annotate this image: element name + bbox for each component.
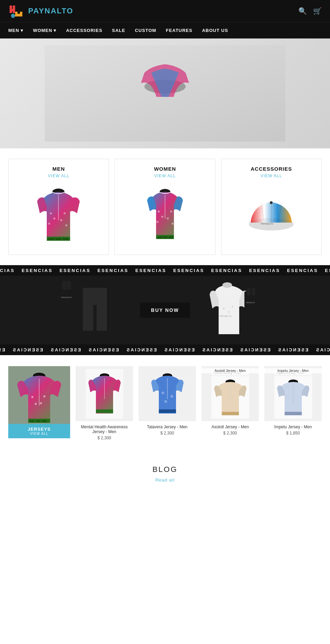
svg-point-68 <box>35 403 37 405</box>
jersey-talavera-name: Talavera Jersey - Men <box>147 425 187 429</box>
hero-banner-image <box>45 45 285 142</box>
category-men-image <box>14 182 103 249</box>
chevron-down-icon: ▾ <box>54 28 56 33</box>
category-women-view-all[interactable]: VIEW ALL <box>120 173 209 178</box>
svg-rect-59 <box>247 288 251 295</box>
svg-rect-36 <box>168 236 173 238</box>
category-men-header: MEN VIEW ALL <box>14 166 103 178</box>
category-men-view-all[interactable]: VIEW ALL <box>14 173 103 178</box>
search-icon: 🔍 <box>298 7 307 15</box>
svg-point-55 <box>223 308 224 309</box>
svg-rect-34 <box>157 236 162 238</box>
category-accessories-image: PAYNALTO <box>227 182 316 249</box>
jersey-axolotl-overlay: Axolotl Jersey - Men <box>201 368 259 373</box>
women-jersey-image <box>144 186 186 246</box>
nav-item-sale[interactable]: SALE <box>112 28 125 33</box>
svg-rect-91 <box>222 412 239 415</box>
svg-rect-23 <box>55 238 62 240</box>
jersey-mha-price: $ 2,300 <box>97 436 111 440</box>
chevron-down-icon: ▾ <box>21 28 23 33</box>
jersey-axolotl-price: $ 2,300 <box>223 431 237 436</box>
svg-rect-48 <box>69 308 78 329</box>
svg-text:PAYNALTO: PAYNALTO <box>219 315 232 317</box>
blog-read-all-link[interactable]: Read all <box>155 477 175 483</box>
esencias-ticker-bottom: CIAS ESENCIAS ESENCIAS ESENCIAS ESENCIAS… <box>0 344 330 355</box>
svg-rect-5 <box>20 12 22 16</box>
cap-image: PAYNALTO <box>245 195 297 236</box>
blog-section: BLOG Read all <box>0 451 330 504</box>
talavera-jersey-svg <box>148 369 186 419</box>
svg-point-19 <box>60 219 62 221</box>
men-jersey-image <box>34 186 84 246</box>
svg-point-31 <box>167 217 169 219</box>
category-accessories-view-all[interactable]: VIEW ALL <box>227 173 316 178</box>
svg-rect-74 <box>42 420 47 422</box>
jersey-impetu-price: $ 1,850 <box>286 431 300 436</box>
mha-jersey-svg <box>86 369 123 419</box>
svg-rect-60 <box>252 288 255 295</box>
nav-item-features[interactable]: FEATURES <box>166 28 192 33</box>
svg-point-57 <box>232 306 233 307</box>
svg-rect-22 <box>48 238 54 240</box>
svg-point-84 <box>164 400 167 403</box>
category-women-image <box>120 182 209 249</box>
jerseys-view-all-label[interactable]: VIEW ALL <box>8 432 70 438</box>
hero-banner <box>0 38 330 148</box>
nav-item-custom[interactable]: CUSTOM <box>135 28 156 33</box>
category-men-title: MEN <box>52 166 65 172</box>
cart-icon: 🛒 <box>313 7 322 15</box>
jersey-mha-image <box>76 366 133 421</box>
nav-item-about-us[interactable]: ABOUT US <box>202 28 228 33</box>
logo-area[interactable]: PAYNALTO <box>8 3 73 19</box>
svg-point-83 <box>170 395 173 398</box>
nav-item-accessories[interactable]: ACCESSORIES <box>66 28 102 33</box>
svg-point-53 <box>222 282 232 288</box>
jersey-product-axolotl[interactable]: Axolotl Jersey - Men Axolotl Jersey - Me… <box>201 366 259 436</box>
svg-point-20 <box>65 224 67 226</box>
jersey-impetu-name: Impetu Jersey - Men <box>274 425 312 429</box>
jersey-product-talavera[interactable]: Talavera Jersey - Men $ 2,300 <box>139 366 196 436</box>
brand-name: PAYNALTO <box>28 7 73 15</box>
svg-rect-97 <box>285 412 302 415</box>
svg-rect-51 <box>83 303 93 331</box>
svg-point-67 <box>31 396 33 398</box>
svg-rect-2 <box>13 5 15 13</box>
svg-point-18 <box>64 212 66 214</box>
buy-now-button[interactable]: BUY NOW <box>140 303 190 318</box>
svg-point-43 <box>270 201 273 204</box>
logo-icon <box>8 3 25 19</box>
category-section: MEN VIEW ALL <box>0 148 330 265</box>
svg-point-69 <box>43 395 45 397</box>
svg-point-29 <box>156 221 158 223</box>
svg-rect-85 <box>159 409 176 413</box>
svg-point-28 <box>161 216 163 218</box>
nav-item-men[interactable]: MEN ▾ <box>8 28 23 33</box>
svg-rect-62 <box>254 315 262 334</box>
cart-button[interactable]: 🛒 <box>313 7 322 15</box>
svg-rect-47 <box>59 308 67 329</box>
jerseys-grid: JERSEYS VIEW ALL <box>8 366 322 440</box>
svg-rect-50 <box>83 288 107 305</box>
axolotl-jersey-svg: Axolotl Jersey - Men <box>211 369 249 419</box>
category-card-men: MEN VIEW ALL <box>8 159 109 255</box>
jersey-talavera-image <box>139 366 196 421</box>
jersey-product-mha[interactable]: Mental Health Awareness Jersey - Men $ 2… <box>76 366 133 440</box>
esencias-ticker-bottom-text: CIAS ESENCIAS ESENCIAS ESENCIAS ESENCIAS… <box>0 347 330 352</box>
jerseys-featured-card: JERSEYS VIEW ALL <box>8 366 70 438</box>
category-accessories-header: ACCESSORIES VIEW ALL <box>227 166 316 178</box>
esencias-right-products: PAYNALTO PAYNALTO <box>205 278 274 343</box>
nav-item-women[interactable]: WOMEN ▾ <box>33 28 56 33</box>
jersey-product-impetu[interactable]: Impetu Jersey - Men Impetu Jersey - Men … <box>264 366 322 436</box>
svg-rect-35 <box>163 236 168 238</box>
esencias-ticker-text: CIAS ESENCIAS ESENCIAS ESENCIAS ESENCIAS… <box>0 268 330 273</box>
site-header: PAYNALTO 🔍 🛒 <box>0 0 330 22</box>
svg-rect-73 <box>36 420 41 422</box>
svg-text:PAYNALTO: PAYNALTO <box>61 296 72 298</box>
svg-rect-24 <box>63 238 69 240</box>
category-accessories-title: ACCESSORIES <box>251 166 292 172</box>
svg-point-27 <box>158 211 160 213</box>
svg-rect-46 <box>67 281 71 290</box>
jerseys-badge: JERSEYS VIEW ALL <box>8 424 70 438</box>
svg-point-70 <box>40 402 42 404</box>
search-button[interactable]: 🔍 <box>298 7 307 15</box>
